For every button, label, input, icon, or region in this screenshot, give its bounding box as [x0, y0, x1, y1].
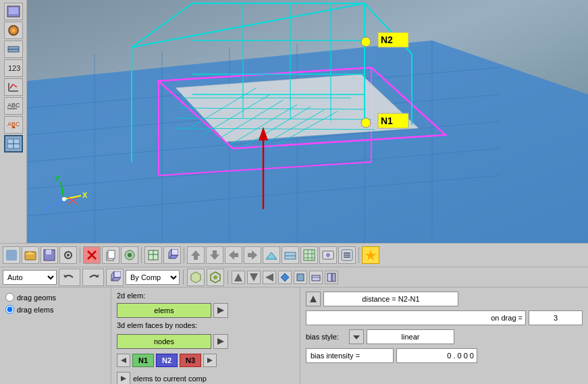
toolbar-btn-display[interactable]	[319, 246, 337, 264]
toolbar-icon-6[interactable]: ABC	[4, 97, 23, 115]
bias-intensity-value[interactable]	[396, 348, 477, 363]
toolbar-icon-7[interactable]: ABC	[4, 116, 23, 134]
toolbar-btn-arrow2[interactable]	[206, 246, 223, 264]
svg-rect-100	[304, 250, 315, 260]
n-nav-next[interactable]	[203, 354, 217, 367]
elems-nav-btn[interactable]	[213, 303, 228, 318]
svg-marker-120	[234, 273, 242, 281]
toolbar-btn-save[interactable]	[41, 246, 58, 264]
toolbar-diamond[interactable]	[278, 271, 292, 284]
bycomp-select[interactable]: By Comp	[126, 270, 180, 285]
nodes-input[interactable]	[117, 334, 211, 349]
svg-line-35	[132, 3, 192, 47]
ondrag-label-input[interactable]	[306, 310, 526, 325]
content-area: drag geoms drag elems 2d elem: 3d elem f…	[0, 287, 588, 384]
toolbar-btn-arrow3[interactable]	[225, 246, 242, 264]
svg-text:Y: Y	[55, 175, 60, 183]
toolbar-btn-open[interactable]	[22, 246, 39, 264]
svg-rect-78	[46, 250, 51, 254]
toolbar-hex2[interactable]	[207, 269, 224, 286]
bias-style-label: bias style:	[306, 333, 346, 341]
svg-line-9	[10, 84, 13, 88]
toolbar-btn-surface[interactable]	[263, 246, 280, 264]
toolbar-small-7[interactable]	[325, 271, 338, 284]
drag-geoms-radio[interactable]	[5, 293, 14, 302]
svg-text:X: X	[82, 191, 88, 199]
toolbar-btn-arrow1[interactable]	[187, 246, 205, 264]
elem-2d-label: 2d elem:	[117, 292, 294, 300]
toolbar-icon-5[interactable]	[4, 78, 23, 96]
toolbar-btn-cube1[interactable]	[163, 246, 181, 264]
elems-input[interactable]	[117, 303, 211, 318]
toolbar-redo-arrow[interactable]	[82, 269, 104, 286]
elems-comp-label: elems to current comp	[133, 375, 207, 383]
svg-rect-124	[297, 274, 304, 281]
svg-marker-131	[121, 358, 126, 363]
middle-section: 2d elem: 3d elem faces by nodes: N1 N2 N…	[111, 287, 300, 384]
toolbar-btn-undo[interactable]	[3, 246, 20, 264]
bias-style-value[interactable]	[367, 329, 454, 344]
toolbar-hex1[interactable]	[187, 269, 205, 286]
toolbar-btn-tool[interactable]	[121, 246, 138, 264]
n3-button[interactable]: N3	[180, 354, 201, 367]
elems-row	[117, 303, 294, 318]
distance-arrow-up[interactable]	[306, 292, 321, 306]
toolbar-small-2[interactable]	[247, 271, 261, 284]
svg-marker-130	[217, 338, 224, 345]
svg-point-71	[62, 197, 66, 201]
drag-elems-label: drag elems	[17, 306, 53, 314]
svg-marker-94	[210, 250, 219, 260]
drag-elems-row: drag elems	[5, 305, 105, 314]
toolbar-icon-1[interactable]	[4, 3, 23, 20]
elems-comp-row: elems to current comp	[117, 372, 294, 384]
svg-marker-129	[217, 307, 224, 314]
toolbar-btn-more[interactable]	[338, 246, 356, 264]
toolbar-btn-mesh[interactable]	[144, 246, 162, 264]
svg-point-3	[11, 28, 16, 32]
bias-style-row: bias style:	[306, 329, 583, 344]
toolbar-btn-star[interactable]	[362, 246, 379, 264]
toolbar-btn-arrow4[interactable]	[244, 246, 261, 264]
elems-comp-btn[interactable]	[117, 372, 130, 384]
elem-3d-label: 3d elem faces by nodes:	[117, 321, 294, 329]
drag-elems-radio[interactable]	[5, 305, 14, 314]
svg-line-10	[13, 84, 17, 87]
n-nav-prev[interactable]	[117, 354, 130, 367]
toolbar-cube-small[interactable]	[106, 269, 124, 286]
auto-select[interactable]: Auto	[3, 270, 57, 285]
distance-input[interactable]	[323, 292, 458, 306]
svg-marker-134	[310, 296, 317, 302]
toolbar-small-1[interactable]	[232, 271, 245, 284]
toolbar-small-5[interactable]	[294, 271, 307, 284]
ondrag-value-input[interactable]	[529, 310, 583, 325]
svg-point-80	[67, 254, 70, 256]
toolbar-btn-copy[interactable]	[102, 246, 119, 264]
toolbar-small-6[interactable]	[309, 271, 323, 284]
viewport[interactable]: N2 N1 X Y Z	[27, 0, 588, 243]
left-section: drag geoms drag elems	[0, 287, 111, 384]
n1-button[interactable]: N1	[132, 354, 154, 367]
toolbar-icon-3[interactable]	[4, 40, 23, 58]
n2-button[interactable]: N2	[156, 354, 178, 367]
toolbar-icon-4[interactable]: 123	[4, 59, 23, 77]
svg-rect-74	[6, 250, 17, 260]
toolbar-icon-8[interactable]	[4, 135, 23, 153]
svg-marker-123	[281, 273, 289, 281]
svg-marker-121	[250, 273, 258, 281]
bias-style-dropdown[interactable]	[349, 329, 364, 344]
toolbar-btn-plane[interactable]	[282, 246, 299, 264]
svg-marker-122	[265, 273, 273, 281]
toolbar-btn-settings[interactable]	[59, 246, 77, 264]
toolbar-small-3[interactable]	[263, 271, 276, 284]
svg-text:N1: N1	[381, 115, 393, 126]
toolbar-btn-grid[interactable]	[300, 246, 318, 264]
svg-rect-84	[108, 250, 115, 258]
toolbar-icon-2[interactable]	[4, 22, 23, 39]
svg-marker-92	[171, 249, 178, 255]
nodes-nav-btn[interactable]	[213, 334, 228, 349]
svg-point-119	[213, 275, 217, 279]
svg-point-60	[361, 118, 371, 128]
toolbar-undo-arrow[interactable]	[59, 269, 80, 286]
toolbar-btn-delete[interactable]	[83, 246, 101, 264]
svg-marker-117	[191, 272, 201, 283]
